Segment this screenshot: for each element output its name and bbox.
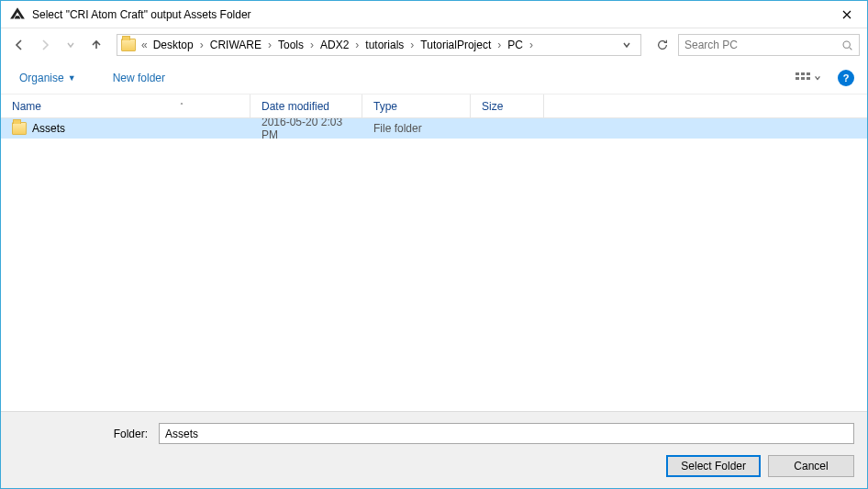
breadcrumb-item[interactable]: PC <box>506 39 525 51</box>
column-header-type[interactable]: Type <box>362 94 471 117</box>
title-bar: Select "CRI Atom Craft" output Assets Fo… <box>1 1 867 28</box>
svg-rect-5 <box>801 77 805 80</box>
breadcrumb-item[interactable]: CRIWARE <box>208 39 263 51</box>
chevron-right-icon[interactable]: › <box>493 39 506 51</box>
organise-menu[interactable]: Organise ▼ <box>14 68 82 88</box>
column-header-size[interactable]: Size <box>471 94 544 117</box>
breadcrumb-overflow[interactable]: « <box>139 39 151 51</box>
folder-icon <box>12 122 27 135</box>
folder-icon <box>119 36 138 54</box>
column-header-name[interactable]: Name ˄ <box>1 94 250 117</box>
select-folder-button[interactable]: Select Folder <box>666 455 761 477</box>
recent-dropdown[interactable] <box>60 34 82 56</box>
chevron-down-icon: ▼ <box>68 73 76 83</box>
footer-panel: Folder: Select Folder Cancel <box>1 411 867 488</box>
nav-bar: « Desktop › CRIWARE › Tools › ADX2 › tut… <box>1 28 867 61</box>
svg-rect-6 <box>807 77 810 80</box>
forward-button[interactable] <box>34 34 56 56</box>
breadcrumb-item[interactable]: tutorials <box>363 39 406 51</box>
breadcrumb-item[interactable]: Tools <box>276 39 306 51</box>
breadcrumb-item[interactable]: ADX2 <box>318 39 351 51</box>
file-row[interactable]: Assets 2016-05-20 2:03 PM File folder <box>1 118 867 139</box>
file-type: File folder <box>362 118 471 139</box>
close-button[interactable] <box>826 1 867 28</box>
chevron-right-icon[interactable]: › <box>525 39 538 51</box>
sort-indicator-icon: ˄ <box>180 102 184 110</box>
dialog-window: Select "CRI Atom Craft" output Assets Fo… <box>0 0 868 489</box>
new-folder-button[interactable]: New folder <box>107 68 171 88</box>
file-name: Assets <box>32 122 65 135</box>
chevron-right-icon[interactable]: › <box>306 39 318 51</box>
breadcrumb: « Desktop › CRIWARE › Tools › ADX2 › tut… <box>139 35 538 55</box>
app-icon <box>8 6 27 24</box>
breadcrumb-history-dropdown[interactable] <box>622 40 640 50</box>
svg-rect-1 <box>796 72 799 75</box>
breadcrumb-bar[interactable]: « Desktop › CRIWARE › Tools › ADX2 › tut… <box>117 34 641 56</box>
folder-field-label: Folder: <box>14 428 151 440</box>
organise-label: Organise <box>19 72 64 84</box>
command-bar: Organise ▼ New folder ? <box>1 61 867 94</box>
folder-name-input[interactable] <box>159 423 854 444</box>
search-input[interactable]: Search PC <box>678 34 860 56</box>
refresh-button[interactable] <box>651 34 674 56</box>
svg-point-0 <box>843 41 850 48</box>
view-options-button[interactable] <box>792 70 825 86</box>
chevron-down-icon <box>814 74 821 82</box>
search-placeholder: Search PC <box>684 39 841 51</box>
chevron-right-icon[interactable]: › <box>263 39 276 51</box>
column-header-date[interactable]: Date modified <box>250 94 362 117</box>
column-headers: Name ˄ Date modified Type Size <box>1 94 867 118</box>
chevron-right-icon[interactable]: › <box>351 39 363 51</box>
file-size <box>471 118 544 139</box>
chevron-right-icon[interactable]: › <box>195 39 208 51</box>
file-list: Name ˄ Date modified Type Size Assets 20… <box>1 94 867 411</box>
up-button[interactable] <box>85 34 107 56</box>
window-title: Select "CRI Atom Craft" output Assets Fo… <box>32 8 826 21</box>
search-icon <box>841 39 853 51</box>
back-button[interactable] <box>8 34 30 56</box>
svg-rect-3 <box>807 72 810 75</box>
new-folder-label: New folder <box>113 72 165 84</box>
breadcrumb-item[interactable]: Desktop <box>151 39 195 51</box>
help-button[interactable]: ? <box>838 70 854 86</box>
cancel-button[interactable]: Cancel <box>768 455 854 477</box>
svg-rect-2 <box>801 72 805 75</box>
file-date: 2016-05-20 2:03 PM <box>250 118 362 139</box>
svg-rect-4 <box>796 77 799 80</box>
chevron-right-icon[interactable]: › <box>406 39 418 51</box>
breadcrumb-item[interactable]: TutorialProject <box>418 39 493 51</box>
